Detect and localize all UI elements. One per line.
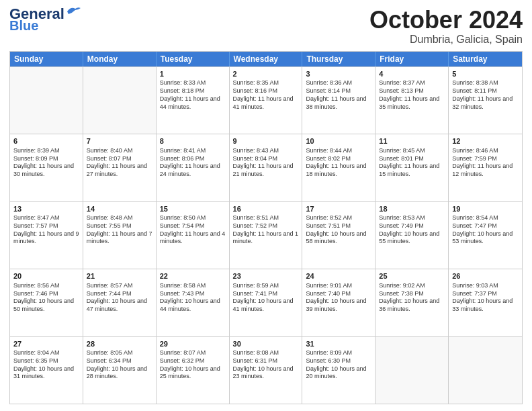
calendar-cell: [83, 67, 157, 134]
calendar: SundayMondayTuesdayWednesdayThursdayFrid…: [9, 51, 523, 404]
weekday-header: Thursday: [302, 52, 375, 66]
logo-blue: Blue: [9, 19, 38, 32]
cell-day-number: 5: [452, 69, 519, 79]
calendar-cell: 24Sunrise: 9:01 AM Sunset: 7:40 PM Dayli…: [302, 269, 375, 336]
calendar-cell: 20Sunrise: 8:56 AM Sunset: 7:46 PM Dayli…: [10, 269, 83, 336]
calendar-cell: 21Sunrise: 8:57 AM Sunset: 7:44 PM Dayli…: [83, 269, 157, 336]
cell-info: Sunrise: 8:37 AM Sunset: 8:13 PM Dayligh…: [379, 79, 445, 111]
cell-info: Sunrise: 8:40 AM Sunset: 8:07 PM Dayligh…: [87, 147, 152, 179]
cell-info: Sunrise: 8:53 AM Sunset: 7:49 PM Dayligh…: [379, 214, 445, 246]
cell-day-number: 19: [452, 204, 519, 214]
cell-day-number: 9: [233, 136, 299, 146]
calendar-cell: 31Sunrise: 8:09 AM Sunset: 6:30 PM Dayli…: [302, 337, 375, 404]
cell-day-number: 4: [379, 69, 445, 79]
cell-info: Sunrise: 8:51 AM Sunset: 7:52 PM Dayligh…: [233, 214, 299, 246]
cell-info: Sunrise: 8:08 AM Sunset: 6:31 PM Dayligh…: [233, 349, 299, 381]
logo: General Blue: [9, 7, 81, 32]
calendar-cell: 23Sunrise: 8:59 AM Sunset: 7:41 PM Dayli…: [230, 269, 303, 336]
title-block: October 2024 Dumbria, Galicia, Spain: [369, 7, 523, 46]
cell-day-number: 23: [233, 271, 299, 281]
cell-info: Sunrise: 8:04 AM Sunset: 6:35 PM Dayligh…: [13, 349, 79, 381]
calendar-body: 1Sunrise: 8:33 AM Sunset: 8:18 PM Daylig…: [10, 66, 522, 404]
calendar-row: 27Sunrise: 8:04 AM Sunset: 6:35 PM Dayli…: [10, 336, 522, 404]
cell-info: Sunrise: 8:39 AM Sunset: 8:09 PM Dayligh…: [13, 147, 79, 179]
cell-info: Sunrise: 8:05 AM Sunset: 6:34 PM Dayligh…: [87, 349, 152, 381]
calendar-cell: [375, 337, 449, 404]
cell-day-number: 22: [160, 271, 226, 281]
logo-bird-icon: [66, 6, 81, 17]
calendar-cell: 28Sunrise: 8:05 AM Sunset: 6:34 PM Dayli…: [83, 337, 157, 404]
month-title: October 2024: [369, 7, 523, 34]
cell-info: Sunrise: 8:36 AM Sunset: 8:14 PM Dayligh…: [306, 79, 371, 111]
calendar-cell: 19Sunrise: 8:54 AM Sunset: 7:47 PM Dayli…: [449, 202, 522, 269]
calendar-cell: 12Sunrise: 8:46 AM Sunset: 7:59 PM Dayli…: [449, 134, 522, 201]
calendar-row: 1Sunrise: 8:33 AM Sunset: 8:18 PM Daylig…: [10, 66, 522, 134]
calendar-row: 6Sunrise: 8:39 AM Sunset: 8:09 PM Daylig…: [10, 134, 522, 201]
page-container: General Blue October 2024 Dumbria, Galic…: [0, 0, 532, 411]
cell-day-number: 1: [160, 69, 226, 79]
cell-info: Sunrise: 8:50 AM Sunset: 7:54 PM Dayligh…: [160, 214, 226, 246]
cell-day-number: 20: [13, 271, 79, 281]
calendar-header: SundayMondayTuesdayWednesdayThursdayFrid…: [10, 52, 522, 66]
cell-info: Sunrise: 8:56 AM Sunset: 7:46 PM Dayligh…: [13, 282, 79, 314]
cell-day-number: 8: [160, 136, 226, 146]
calendar-cell: 27Sunrise: 8:04 AM Sunset: 6:35 PM Dayli…: [10, 337, 83, 404]
cell-day-number: 17: [306, 204, 371, 214]
cell-info: Sunrise: 8:07 AM Sunset: 6:32 PM Dayligh…: [160, 349, 226, 381]
calendar-cell: 30Sunrise: 8:08 AM Sunset: 6:31 PM Dayli…: [230, 337, 303, 404]
calendar-cell: 11Sunrise: 8:45 AM Sunset: 8:01 PM Dayli…: [375, 134, 449, 201]
cell-day-number: 12: [452, 136, 519, 146]
cell-day-number: 14: [87, 204, 152, 214]
calendar-cell: 18Sunrise: 8:53 AM Sunset: 7:49 PM Dayli…: [375, 202, 449, 269]
weekday-header: Wednesday: [230, 52, 303, 66]
weekday-header: Friday: [375, 52, 449, 66]
cell-info: Sunrise: 9:02 AM Sunset: 7:38 PM Dayligh…: [379, 282, 445, 314]
cell-info: Sunrise: 9:03 AM Sunset: 7:37 PM Dayligh…: [452, 282, 519, 314]
cell-day-number: 10: [306, 136, 371, 146]
calendar-cell: 1Sunrise: 8:33 AM Sunset: 8:18 PM Daylig…: [157, 67, 230, 134]
cell-day-number: 28: [87, 339, 152, 349]
calendar-cell: 25Sunrise: 9:02 AM Sunset: 7:38 PM Dayli…: [375, 269, 449, 336]
cell-day-number: 6: [13, 136, 79, 146]
cell-info: Sunrise: 8:48 AM Sunset: 7:55 PM Dayligh…: [87, 214, 152, 246]
cell-day-number: 29: [160, 339, 226, 349]
cell-day-number: 24: [306, 271, 371, 281]
cell-info: Sunrise: 8:38 AM Sunset: 8:11 PM Dayligh…: [452, 79, 519, 111]
cell-day-number: 30: [233, 339, 299, 349]
cell-day-number: 3: [306, 69, 371, 79]
cell-day-number: 31: [306, 339, 371, 349]
weekday-header: Sunday: [10, 52, 83, 66]
calendar-cell: 2Sunrise: 8:35 AM Sunset: 8:16 PM Daylig…: [230, 67, 303, 134]
cell-info: Sunrise: 8:52 AM Sunset: 7:51 PM Dayligh…: [306, 214, 371, 246]
cell-info: Sunrise: 8:46 AM Sunset: 7:59 PM Dayligh…: [452, 147, 519, 179]
cell-day-number: 11: [379, 136, 445, 146]
calendar-cell: 15Sunrise: 8:50 AM Sunset: 7:54 PM Dayli…: [157, 202, 230, 269]
calendar-cell: 3Sunrise: 8:36 AM Sunset: 8:14 PM Daylig…: [302, 67, 375, 134]
cell-info: Sunrise: 8:35 AM Sunset: 8:16 PM Dayligh…: [233, 79, 299, 111]
cell-day-number: 15: [160, 204, 226, 214]
header: General Blue October 2024 Dumbria, Galic…: [9, 7, 523, 46]
cell-info: Sunrise: 8:43 AM Sunset: 8:04 PM Dayligh…: [233, 147, 299, 179]
cell-info: Sunrise: 8:58 AM Sunset: 7:43 PM Dayligh…: [160, 282, 226, 314]
calendar-row: 13Sunrise: 8:47 AM Sunset: 7:57 PM Dayli…: [10, 201, 522, 269]
cell-info: Sunrise: 8:41 AM Sunset: 8:06 PM Dayligh…: [160, 147, 226, 179]
cell-info: Sunrise: 9:01 AM Sunset: 7:40 PM Dayligh…: [306, 282, 371, 314]
calendar-cell: [10, 67, 83, 134]
cell-day-number: 13: [13, 204, 79, 214]
cell-info: Sunrise: 8:57 AM Sunset: 7:44 PM Dayligh…: [87, 282, 152, 314]
calendar-cell: 13Sunrise: 8:47 AM Sunset: 7:57 PM Dayli…: [10, 202, 83, 269]
calendar-cell: 5Sunrise: 8:38 AM Sunset: 8:11 PM Daylig…: [449, 67, 522, 134]
cell-day-number: 21: [87, 271, 152, 281]
cell-info: Sunrise: 8:54 AM Sunset: 7:47 PM Dayligh…: [452, 214, 519, 246]
cell-day-number: 7: [87, 136, 152, 146]
calendar-cell: 29Sunrise: 8:07 AM Sunset: 6:32 PM Dayli…: [157, 337, 230, 404]
calendar-cell: 22Sunrise: 8:58 AM Sunset: 7:43 PM Dayli…: [157, 269, 230, 336]
calendar-cell: 17Sunrise: 8:52 AM Sunset: 7:51 PM Dayli…: [302, 202, 375, 269]
cell-day-number: 26: [452, 271, 519, 281]
calendar-cell: 16Sunrise: 8:51 AM Sunset: 7:52 PM Dayli…: [230, 202, 303, 269]
cell-day-number: 2: [233, 69, 299, 79]
calendar-cell: [449, 337, 522, 404]
weekday-header: Tuesday: [157, 52, 230, 66]
calendar-cell: 14Sunrise: 8:48 AM Sunset: 7:55 PM Dayli…: [83, 202, 157, 269]
cell-info: Sunrise: 8:33 AM Sunset: 8:18 PM Dayligh…: [160, 79, 226, 111]
